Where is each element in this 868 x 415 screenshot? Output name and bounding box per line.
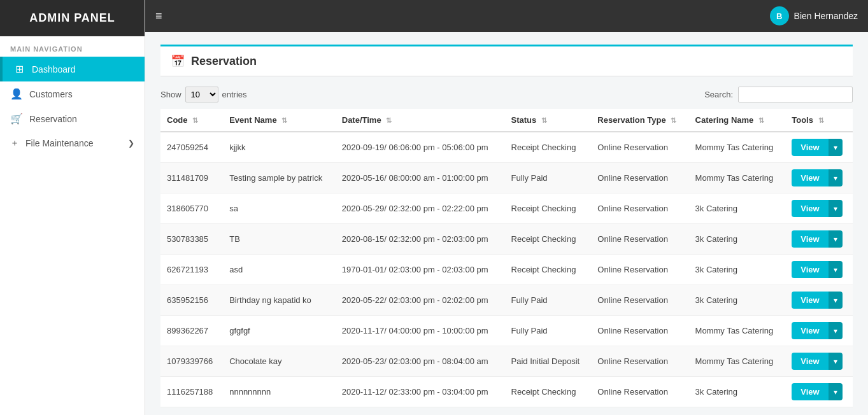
cell-status: Receipt Checking (505, 377, 592, 407)
cell-catering-name: 3k Catering (689, 224, 786, 255)
table-controls: Show 10 25 50 100 entries Search: (160, 87, 853, 102)
cell-code: 1116257188 (160, 377, 223, 407)
cell-reservation-type: Online Reservation (591, 224, 688, 255)
hamburger-icon[interactable]: ≡ (155, 10, 162, 23)
cell-code: 1079339766 (160, 346, 223, 377)
search-box: Search: (704, 87, 853, 102)
cell-event-name: sa (223, 193, 336, 224)
view-button-group: View ▾ (792, 353, 842, 370)
cell-code: 247059254 (160, 132, 223, 163)
cell-tools: View ▾ (785, 132, 853, 163)
cell-catering-name: 3k Catering (689, 377, 786, 407)
cell-code: 635952156 (160, 285, 223, 316)
cell-reservation-type: Online Reservation (591, 132, 688, 163)
sort-icon-code: ⇅ (192, 116, 198, 124)
view-dropdown-button[interactable]: ▾ (829, 353, 843, 370)
entries-select[interactable]: 10 25 50 100 (185, 87, 218, 102)
cell-event-name: asd (223, 255, 336, 285)
cell-event-name: gfgfgf (223, 316, 336, 346)
view-dropdown-button[interactable]: ▾ (829, 230, 843, 248)
cell-catering-name: 3k Catering (689, 285, 786, 316)
view-button-group: View ▾ (792, 200, 842, 217)
cell-datetime: 2020-05-22/ 02:03:00 pm - 02:02:00 pm (336, 285, 505, 316)
sort-icon-datetime: ⇅ (386, 116, 392, 124)
table-row: 311481709 Testing sample by patrick 2020… (160, 163, 853, 193)
cell-event-name: Chocolate kay (223, 346, 336, 377)
sort-icon-tools: ⇅ (818, 116, 824, 124)
cell-reservation-type: Online Reservation (591, 377, 688, 407)
cell-status: Fully Paid (505, 316, 592, 346)
view-button[interactable]: View (792, 353, 828, 370)
view-dropdown-button[interactable]: ▾ (829, 139, 843, 156)
main-area: ≡ B Bien Hernandez 📅 Reservation Show 10… (145, 0, 868, 415)
cell-datetime: 1970-01-01/ 02:03:00 pm - 02:03:00 pm (336, 255, 505, 285)
view-button[interactable]: View (792, 230, 828, 248)
cell-status: Receipt Checking (505, 132, 592, 163)
cell-event-name: nnnnnnnnn (223, 377, 336, 407)
view-dropdown-button[interactable]: ▾ (829, 292, 843, 309)
view-button-group: View ▾ (792, 383, 842, 400)
search-input[interactable] (738, 87, 853, 102)
table-row: 530783385 TB 2020-08-15/ 02:32:00 pm - 0… (160, 224, 853, 255)
cell-reservation-type: Online Reservation (591, 285, 688, 316)
cell-event-name: TB (223, 224, 336, 255)
view-button[interactable]: View (792, 383, 828, 400)
cell-code: 899362267 (160, 316, 223, 346)
cell-tools: View ▾ (785, 346, 853, 377)
view-button-group: View ▾ (792, 292, 842, 309)
cell-catering-name: 3k Catering (689, 193, 786, 224)
table-row: 1079339766 Chocolate kay 2020-05-23/ 02:… (160, 346, 853, 377)
cell-status: Paid Initial Deposit (505, 346, 592, 377)
reservation-icon: 🛒 (10, 113, 23, 125)
cell-event-name: kjjkk (223, 132, 336, 163)
sidebar-item-label: Reservation (29, 114, 77, 124)
view-button-group: View ▾ (792, 139, 842, 156)
sidebar-item-label: Customers (29, 89, 73, 99)
sidebar-logo: ADMIN PANEL (0, 0, 145, 36)
view-dropdown-button[interactable]: ▾ (829, 200, 843, 217)
cell-tools: View ▾ (785, 377, 853, 407)
cell-datetime: 2020-11-12/ 02:33:00 pm - 03:04:00 pm (336, 377, 505, 407)
view-dropdown-button[interactable]: ▾ (829, 169, 843, 186)
view-button[interactable]: View (792, 169, 828, 186)
sidebar-item-dashboard[interactable]: ⊞ Dashboard (0, 57, 145, 81)
cell-datetime: 2020-05-29/ 02:32:00 pm - 02:22:00 pm (336, 193, 505, 224)
view-dropdown-button[interactable]: ▾ (829, 322, 843, 339)
cell-status: Receipt Checking (505, 255, 592, 285)
view-dropdown-button[interactable]: ▾ (829, 383, 843, 400)
topbar: ≡ B Bien Hernandez (145, 0, 868, 32)
entries-label: entries (222, 90, 247, 99)
col-event-name: Event Name ⇅ (223, 109, 336, 132)
sidebar-item-label: File Maintenance (25, 138, 94, 148)
col-reservation-type: Reservation Type ⇅ (591, 109, 688, 132)
sidebar-item-reservation[interactable]: 🛒 Reservation (0, 106, 145, 131)
cell-status: Fully Paid (505, 285, 592, 316)
cell-code: 311481709 (160, 163, 223, 193)
view-button[interactable]: View (792, 322, 828, 339)
view-button[interactable]: View (792, 261, 828, 278)
view-button[interactable]: View (792, 200, 828, 217)
cell-status: Fully Paid (505, 163, 592, 193)
col-catering-name: Catering Name ⇅ (689, 109, 786, 132)
sidebar-item-customers[interactable]: 👤 Customers (0, 81, 145, 106)
view-button[interactable]: View (792, 139, 828, 156)
cell-event-name: Testing sample by patrick (223, 163, 336, 193)
cell-tools: View ▾ (785, 255, 853, 285)
show-entries: Show 10 25 50 100 entries (160, 87, 247, 102)
cell-tools: View ▾ (785, 224, 853, 255)
view-button-group: View ▾ (792, 322, 842, 339)
col-status: Status ⇅ (505, 109, 592, 132)
cell-reservation-type: Online Reservation (591, 255, 688, 285)
table-row: 318605770 sa 2020-05-29/ 02:32:00 pm - 0… (160, 193, 853, 224)
view-dropdown-button[interactable]: ▾ (829, 261, 843, 278)
cell-catering-name: Mommy Tas Catering (689, 346, 786, 377)
view-button-group: View ▾ (792, 261, 842, 278)
chevron-right-icon: ❯ (128, 139, 134, 148)
sidebar-item-file-maintenance[interactable]: ＋ File Maintenance ❯ (0, 131, 145, 155)
cell-catering-name: Mommy Tas Catering (689, 163, 786, 193)
dashboard-icon: ⊞ (13, 63, 25, 75)
cell-catering-name: Mommy Tas Catering (689, 316, 786, 346)
sidebar-nav-label: MAIN NAVIGATION (0, 36, 145, 57)
cell-status: Receipt Checking (505, 224, 592, 255)
view-button[interactable]: View (792, 292, 828, 309)
